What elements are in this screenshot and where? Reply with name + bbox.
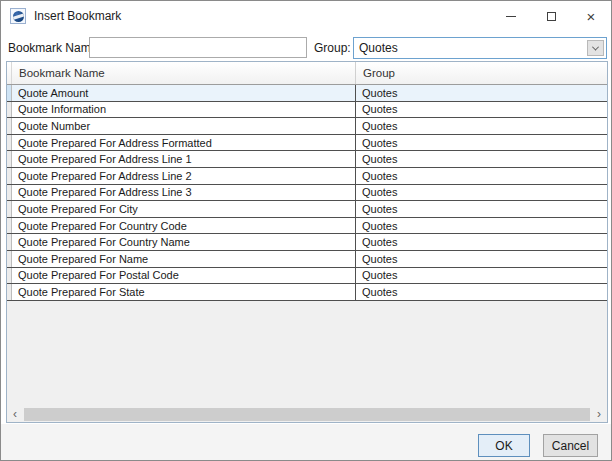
grid-header: Bookmark Name Group bbox=[7, 62, 607, 85]
cell-bookmark-name[interactable]: Quote Prepared For Postal Code bbox=[12, 268, 356, 284]
cell-group[interactable]: Quotes bbox=[356, 151, 607, 167]
table-row[interactable]: Quote Prepared For Address Formatted Quo… bbox=[7, 135, 607, 152]
cell-group[interactable]: Quotes bbox=[356, 251, 607, 267]
cell-group[interactable]: Quotes bbox=[356, 85, 607, 101]
table-body: Quote Amount Quotes Quote Information Qu… bbox=[7, 85, 607, 301]
scroll-left-icon[interactable]: ‹ bbox=[7, 406, 23, 422]
cell-group[interactable]: Quotes bbox=[356, 168, 607, 184]
minimize-icon bbox=[506, 16, 516, 17]
table-row[interactable]: Quote Prepared For Address Line 3 Quotes bbox=[7, 185, 607, 202]
table-row[interactable]: Quote Amount Quotes bbox=[7, 85, 607, 102]
close-button[interactable]: × bbox=[571, 1, 611, 31]
table-row[interactable]: Quote Prepared For Address Line 1 Quotes bbox=[7, 151, 607, 168]
table-row[interactable]: Quote Prepared For Country Code Quotes bbox=[7, 218, 607, 235]
table-row[interactable]: Quote Information Quotes bbox=[7, 102, 607, 119]
cell-bookmark-name[interactable]: Quote Prepared For Address Formatted bbox=[12, 135, 356, 151]
table-row[interactable]: Quote Prepared For Name Quotes bbox=[7, 251, 607, 268]
cell-group[interactable]: Quotes bbox=[356, 185, 607, 201]
cell-bookmark-name[interactable]: Quote Information bbox=[12, 102, 356, 118]
cell-bookmark-name[interactable]: Quote Prepared For Address Line 3 bbox=[12, 185, 356, 201]
table-row[interactable]: Quote Prepared For State Quotes bbox=[7, 284, 607, 301]
cell-bookmark-name[interactable]: Quote Prepared For City bbox=[12, 201, 356, 217]
table-row[interactable]: Quote Prepared For City Quotes bbox=[7, 201, 607, 218]
cell-group[interactable]: Quotes bbox=[356, 284, 607, 300]
chevron-down-icon bbox=[592, 43, 599, 50]
cell-group[interactable]: Quotes bbox=[356, 102, 607, 118]
scroll-right-icon[interactable]: › bbox=[591, 406, 607, 422]
table-row[interactable]: Quote Prepared For Address Line 2 Quotes bbox=[7, 168, 607, 185]
cell-bookmark-name[interactable]: Quote Prepared For State bbox=[12, 284, 356, 300]
maximize-button[interactable] bbox=[531, 1, 571, 31]
bookmark-name-label: Bookmark Name: bbox=[8, 41, 101, 55]
bookmark-grid: Bookmark Name Group Quote Amount Quotes … bbox=[6, 61, 608, 423]
cell-bookmark-name[interactable]: Quote Prepared For Address Line 2 bbox=[12, 168, 356, 184]
horizontal-scrollbar[interactable]: ‹ › bbox=[7, 406, 607, 422]
group-selected-value: Quotes bbox=[354, 41, 587, 55]
scrollbar-thumb[interactable] bbox=[24, 408, 590, 421]
column-header-bookmark-name[interactable]: Bookmark Name bbox=[12, 62, 356, 84]
cell-group[interactable]: Quotes bbox=[356, 234, 607, 250]
group-combobox[interactable]: Quotes bbox=[353, 37, 607, 59]
cell-group[interactable]: Quotes bbox=[356, 201, 607, 217]
insert-bookmark-dialog: Insert Bookmark × Bookmark Name: Group: … bbox=[0, 0, 612, 461]
title-bar: Insert Bookmark × bbox=[1, 1, 611, 31]
cell-bookmark-name[interactable]: Quote Prepared For Country Name bbox=[12, 234, 356, 250]
column-header-group[interactable]: Group bbox=[356, 62, 607, 84]
group-dropdown-button[interactable] bbox=[587, 40, 604, 56]
table-row[interactable]: Quote Prepared For Postal Code Quotes bbox=[7, 268, 607, 285]
button-strip: OK Cancel bbox=[1, 424, 611, 460]
cell-bookmark-name[interactable]: Quote Amount bbox=[12, 85, 356, 101]
cell-group[interactable]: Quotes bbox=[356, 268, 607, 284]
bookmark-name-input[interactable] bbox=[89, 37, 307, 58]
cell-group[interactable]: Quotes bbox=[356, 118, 607, 134]
cell-bookmark-name[interactable]: Quote Prepared For Country Code bbox=[12, 218, 356, 234]
globe-icon bbox=[13, 11, 24, 22]
cell-bookmark-name[interactable]: Quote Number bbox=[12, 118, 356, 134]
close-icon: × bbox=[587, 9, 596, 24]
window-controls: × bbox=[491, 1, 611, 31]
minimize-button[interactable] bbox=[491, 1, 531, 31]
cell-group[interactable]: Quotes bbox=[356, 218, 607, 234]
app-icon bbox=[10, 8, 26, 24]
table-row[interactable]: Quote Prepared For Country Name Quotes bbox=[7, 234, 607, 251]
window-title: Insert Bookmark bbox=[34, 9, 121, 23]
cell-bookmark-name[interactable]: Quote Prepared For Address Line 1 bbox=[12, 151, 356, 167]
maximize-icon bbox=[547, 12, 556, 21]
cell-bookmark-name[interactable]: Quote Prepared For Name bbox=[12, 251, 356, 267]
table-row[interactable]: Quote Number Quotes bbox=[7, 118, 607, 135]
cell-group[interactable]: Quotes bbox=[356, 135, 607, 151]
ok-button[interactable]: OK bbox=[478, 434, 530, 457]
group-label: Group: bbox=[314, 41, 351, 55]
cancel-button[interactable]: Cancel bbox=[543, 434, 598, 457]
